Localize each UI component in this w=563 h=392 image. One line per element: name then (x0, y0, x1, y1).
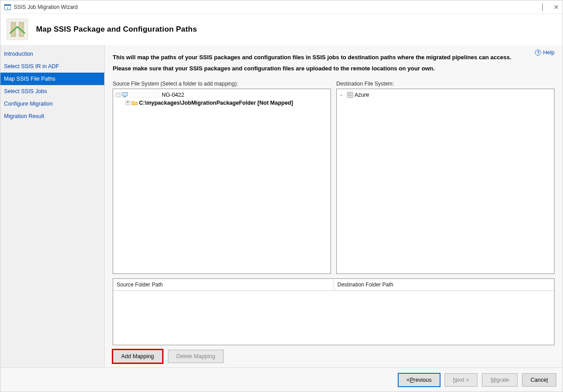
help-link[interactable]: ? Help (535, 49, 555, 56)
wizard-body: Introduction Select SSIS IR in ADF Map S… (0, 45, 563, 368)
sidebar-item-select-ir[interactable]: Select SSIS IR in ADF (0, 60, 104, 73)
mapping-table-body[interactable] (113, 291, 554, 345)
svg-rect-8 (347, 92, 353, 97)
wizard-window: SSIS Job Migration Wizard │ ✕ Map SSIS P… (0, 0, 563, 392)
tree-connector-icon: ···· (339, 92, 346, 98)
svg-rect-1 (4, 4, 11, 6)
destination-pane: Destination File System: ···· (336, 81, 555, 274)
sidebar-item-select-jobs[interactable]: Select SSIS Jobs (0, 85, 104, 98)
col-destination-folder: Destination Folder Path (334, 279, 555, 290)
page-title: Map SSIS Package and Configuration Paths (36, 25, 197, 34)
wizard-header-icon (7, 19, 28, 40)
previous-button[interactable]: < Previous (398, 373, 440, 387)
source-folder-label: C:\mypackages\JobMigrationPackageFolder … (139, 100, 293, 106)
mapping-table-header: Source Folder Path Destination Folder Pa… (113, 279, 554, 291)
intro-text-1: This will map the paths of your SSIS pac… (113, 53, 549, 62)
mapping-actions: Add Mapping Delete Mapping (113, 350, 555, 363)
svg-rect-6 (122, 92, 127, 96)
wizard-sidebar: Introduction Select SSIS IR in ADF Map S… (0, 45, 105, 368)
svg-rect-7 (123, 96, 126, 97)
destination-tree[interactable]: ···· Azure (336, 89, 555, 274)
sidebar-item-result[interactable]: Migration Result (0, 110, 104, 122)
folder-icon (131, 100, 138, 106)
app-icon (4, 4, 11, 11)
sidebar-item-introduction[interactable]: Introduction (0, 48, 104, 60)
wizard-content: ? Help This will map the paths of your S… (105, 45, 563, 368)
source-folder-node[interactable]: + C:\mypackages\JobMigrationPackageFolde… (116, 99, 328, 107)
delete-mapping-button: Delete Mapping (168, 350, 224, 363)
close-icon[interactable]: ✕ (554, 4, 559, 11)
source-pane: Source File System (Select a folder to a… (113, 81, 331, 274)
titlebar: SSIS Job Migration Wizard │ ✕ (0, 0, 563, 14)
intro-text-2: Please make sure that your SSIS packages… (113, 64, 549, 74)
destination-root-label: Azure (355, 92, 369, 98)
azure-icon (347, 92, 353, 98)
source-tree[interactable]: − NG-0422 + C:\mypackag (113, 89, 331, 274)
wizard-header: Map SSIS Package and Configuration Paths (0, 14, 563, 45)
redacted-hostname (129, 92, 159, 98)
destination-pane-label: Destination File System: (336, 81, 555, 87)
source-pane-label: Source File System (Select a folder to a… (113, 81, 331, 87)
file-system-panes: Source File System (Select a folder to a… (113, 81, 555, 274)
window-title: SSIS Job Migration Wizard (14, 4, 78, 10)
divider-icon: │ (541, 4, 545, 11)
window-controls: │ ✕ (541, 4, 559, 11)
source-root-node[interactable]: − NG-0422 (116, 91, 328, 99)
collapse-icon[interactable]: − (116, 93, 120, 97)
wizard-footer: < Previous Next > Migrate Cancel (0, 368, 563, 392)
help-icon: ? (535, 49, 541, 56)
source-root-suffix: NG-0422 (162, 92, 184, 98)
computer-icon (122, 92, 128, 98)
migrate-button: Migrate (482, 373, 518, 387)
mapping-table: Source Folder Path Destination Folder Pa… (113, 278, 555, 345)
sidebar-item-map-paths[interactable]: Map SSIS File Paths (0, 73, 104, 85)
sidebar-item-configure[interactable]: Configure Migration (0, 98, 104, 110)
next-button: Next > (445, 373, 477, 387)
add-mapping-button[interactable]: Add Mapping (113, 350, 163, 363)
destination-root-node[interactable]: ···· Azure (339, 91, 551, 99)
cancel-button[interactable]: Cancel (522, 373, 556, 387)
expand-icon[interactable]: + (126, 101, 130, 105)
col-source-folder: Source Folder Path (113, 279, 334, 290)
help-label: Help (543, 49, 555, 56)
